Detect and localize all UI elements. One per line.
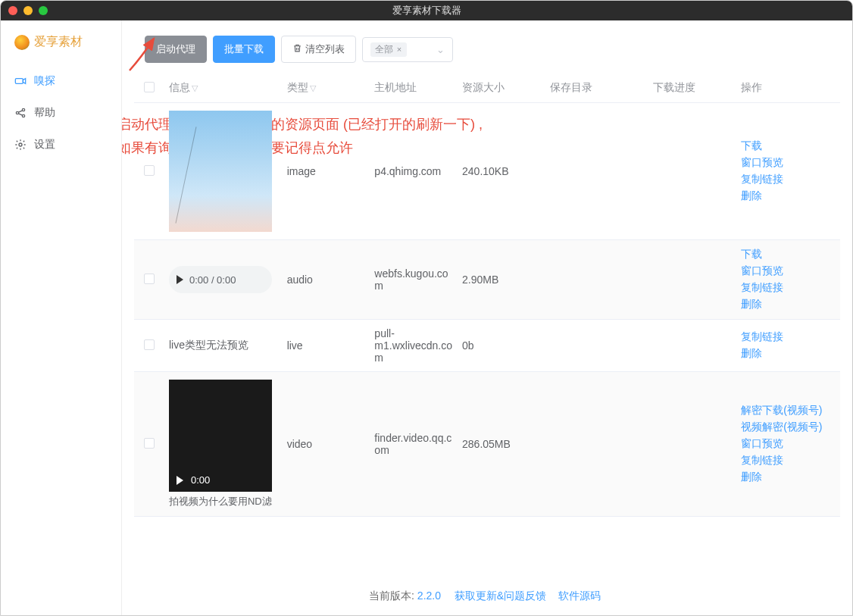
table-row: 0:00 / 0:00audiowebfs.kugou.com2.90MB下载窗… [134, 240, 840, 320]
toolbar: 启动代理 批量下载 清空列表 全部 × ⌄ [122, 20, 852, 73]
svg-rect-0 [15, 79, 23, 84]
close-icon[interactable]: × [395, 45, 404, 54]
action-preview[interactable]: 窗口预览 [741, 437, 836, 451]
select-all-checkbox[interactable] [144, 82, 155, 92]
camera-icon [14, 75, 27, 87]
action-decrypt_download[interactable]: 解密下载(视频号) [741, 404, 836, 417]
svg-point-1 [16, 111, 18, 114]
table-row: 0:00拍视频为什么要用ND滤videofinder.video.qq.com2… [134, 372, 840, 517]
minimize-icon[interactable] [23, 6, 33, 15]
filter-icon[interactable]: ▽ [310, 83, 316, 92]
play-icon[interactable] [177, 476, 183, 485]
resource-table: 信息▽ 类型▽ 主机地址 资源大小 保存目录 下载进度 操作 imagep4.q… [134, 73, 840, 517]
action-copy[interactable]: 复制链接 [741, 173, 836, 186]
cell-size: 240.10KB [458, 103, 545, 240]
cell-size: 2.90MB [458, 240, 545, 320]
cell-progress [648, 103, 736, 240]
row-checkbox[interactable] [144, 165, 155, 176]
sidebar-item-label: 帮助 [34, 106, 55, 120]
brand-icon [14, 35, 30, 50]
audio-time: 0:00 / 0:00 [189, 274, 236, 286]
cell-host: pull-m1.wxlivecdn.com [370, 320, 458, 372]
cell-type: video [283, 372, 370, 517]
cell-info [164, 103, 283, 240]
action-delete[interactable]: 删除 [741, 347, 836, 361]
cell-progress [648, 320, 736, 372]
play-icon[interactable] [177, 275, 183, 284]
update-feedback-link[interactable]: 获取更新&问题反馈 [455, 589, 546, 602]
cell-host: finder.video.qq.com [370, 372, 458, 517]
gear-icon [14, 139, 27, 151]
version-label: 当前版本: [369, 589, 414, 602]
start-proxy-button[interactable]: 启动代理 [145, 36, 207, 63]
sidebar: 爱享素材 嗅探 帮助 设置 [1, 20, 122, 615]
source-code-link[interactable]: 软件源码 [558, 589, 601, 602]
cell-progress [648, 372, 736, 517]
cell-type: live [283, 320, 370, 372]
th-info: 信息 [169, 81, 190, 93]
action-preview[interactable]: 窗口预览 [741, 264, 836, 278]
video-player[interactable]: 0:00 [169, 380, 272, 492]
clear-list-label: 清空列表 [305, 42, 345, 56]
close-icon[interactable] [8, 6, 17, 15]
sidebar-item-help[interactable]: 帮助 [1, 97, 121, 129]
action-copy[interactable]: 复制链接 [741, 281, 836, 295]
info-text: live类型无法预览 [169, 339, 248, 351]
cell-host: webfs.kugou.com [370, 240, 458, 320]
table-row: live类型无法预览livepull-m1.wxlivecdn.com0b复制链… [134, 320, 840, 372]
content: 启动代理 批量下载 清空列表 全部 × ⌄ [122, 20, 852, 615]
filter-tag-label: 全部 [375, 43, 393, 56]
share-icon [14, 107, 27, 119]
cell-actions: 解密下载(视频号)视频解密(视频号)窗口预览复制链接删除 [736, 372, 840, 517]
cell-size: 0b [458, 320, 545, 372]
zoom-icon[interactable] [39, 6, 48, 15]
action-delete[interactable]: 删除 [741, 471, 836, 484]
filter-select[interactable]: 全部 × ⌄ [362, 37, 453, 62]
window-title: 爱享素材下载器 [392, 4, 461, 17]
action-delete[interactable]: 删除 [741, 189, 836, 203]
traffic-lights [1, 6, 48, 15]
row-checkbox[interactable] [144, 438, 155, 449]
sidebar-item-label: 嗅探 [34, 74, 55, 88]
version-number: 2.2.0 [417, 589, 441, 602]
action-preview[interactable]: 窗口预览 [741, 156, 836, 170]
row-checkbox[interactable] [144, 339, 155, 350]
video-caption: 拍视频为什么要用ND滤 [169, 495, 272, 508]
action-copy[interactable]: 复制链接 [741, 454, 836, 467]
brand: 爱享素材 [1, 34, 121, 50]
sidebar-item-label: 设置 [34, 138, 55, 152]
cell-progress [648, 240, 736, 320]
cell-host: p4.qhimg.com [370, 103, 458, 240]
th-host: 主机地址 [370, 73, 458, 103]
cell-savepath [545, 320, 649, 372]
cell-info: 0:00 / 0:00 [164, 240, 283, 320]
th-size: 资源大小 [458, 73, 545, 103]
batch-download-button[interactable]: 批量下载 [213, 36, 275, 63]
svg-point-2 [22, 108, 24, 111]
th-type: 类型 [287, 81, 308, 93]
filter-icon[interactable]: ▽ [192, 83, 198, 92]
cell-actions: 下载窗口预览复制链接删除 [736, 240, 840, 320]
action-download[interactable]: 下载 [741, 139, 836, 153]
sidebar-item-settings[interactable]: 设置 [1, 129, 121, 161]
app-window: 爱享素材下载器 爱享素材 嗅探 帮助 [0, 0, 853, 616]
action-copy[interactable]: 复制链接 [741, 330, 836, 344]
sidebar-item-sniff[interactable]: 嗅探 [1, 65, 121, 97]
table-wrap: 信息▽ 类型▽ 主机地址 资源大小 保存目录 下载进度 操作 imagep4.q… [122, 73, 852, 577]
cell-size: 286.05MB [458, 372, 545, 517]
image-thumbnail[interactable] [169, 111, 272, 232]
cell-type: image [283, 103, 370, 240]
clear-list-button[interactable]: 清空列表 [281, 36, 356, 63]
action-download[interactable]: 下载 [741, 248, 836, 261]
brand-text: 爱享素材 [34, 34, 83, 50]
action-delete[interactable]: 删除 [741, 298, 836, 311]
cell-savepath [545, 240, 649, 320]
audio-player[interactable]: 0:00 / 0:00 [169, 266, 272, 293]
table-header-row: 信息▽ 类型▽ 主机地址 资源大小 保存目录 下载进度 操作 [134, 73, 840, 103]
row-checkbox[interactable] [144, 274, 155, 284]
trash-icon [292, 43, 302, 55]
svg-point-4 [19, 143, 22, 146]
th-progress: 下载进度 [648, 73, 736, 103]
svg-point-3 [22, 114, 24, 117]
action-decrypt_video[interactable]: 视频解密(视频号) [741, 421, 836, 434]
